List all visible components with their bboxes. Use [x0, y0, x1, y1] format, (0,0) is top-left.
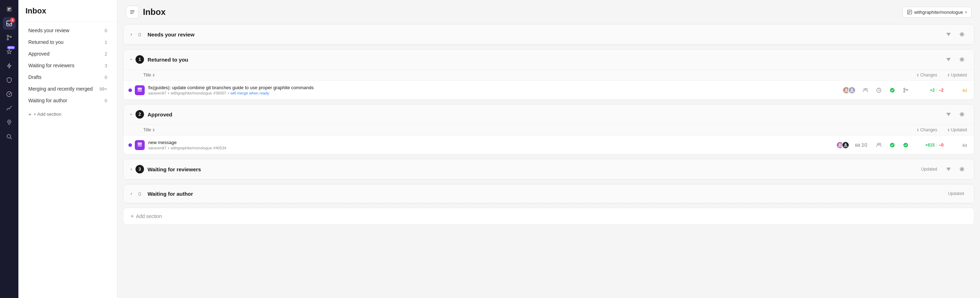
sidebar-item-waiting-author[interactable]: Waiting for author 0	[21, 95, 114, 106]
pr-right: 2/2	[836, 141, 967, 149]
sidebar-item-returned[interactable]: Returned to you 1	[21, 37, 114, 48]
approved-label: Approved	[148, 112, 172, 118]
changes-add: +615	[925, 143, 935, 148]
title-sort-icon: ⇕	[152, 128, 155, 132]
rail-new-icon[interactable]: NEW	[3, 45, 16, 58]
svg-rect-1	[8, 8, 11, 9]
pr-meta: saraverdi7 • withgraphite/monologue #360…	[148, 91, 839, 95]
pr-avatar	[135, 140, 145, 150]
sidebar-title: Inbox	[25, 6, 46, 15]
main-content: Inbox withgraphite/monologue ▾ › 0 Needs…	[118, 0, 980, 298]
waiting-reviewers-chevron[interactable]: ›	[130, 167, 132, 172]
page-title-row: Inbox	[126, 6, 165, 18]
svg-rect-39	[856, 144, 860, 145]
svg-rect-38	[856, 145, 860, 147]
returned-label: Returned to you	[148, 57, 188, 63]
svg-rect-33	[138, 145, 142, 147]
reviewer-avatar	[842, 141, 850, 149]
sidebar-item-approved[interactable]: Approved 2	[21, 48, 114, 59]
waiting-author-header[interactable]: › 0 Waiting for author Updated	[124, 184, 974, 203]
returned-chevron[interactable]: ›	[129, 59, 134, 60]
svg-rect-17	[908, 13, 910, 13]
returned-section: › 1 Returned to you	[123, 49, 974, 100]
waiting-reviewers-count: 3	[135, 165, 144, 174]
returned-settings-btn[interactable]	[957, 54, 967, 64]
pr-status-dot	[129, 143, 132, 147]
svg-point-40	[877, 143, 879, 145]
left-rail: 3 NEW	[0, 0, 18, 298]
rail-chart-icon[interactable]	[3, 88, 16, 100]
rail-graphite-logo[interactable]	[3, 3, 16, 16]
reviewer-avatars	[836, 141, 850, 149]
returned-table-header: Title ⇕ ⇕ Changes ⇕ Updated	[124, 70, 974, 81]
rail-inbox-icon[interactable]: 3	[3, 17, 16, 30]
rail-shield-icon[interactable]	[3, 73, 16, 86]
plus-icon: +	[28, 111, 32, 117]
pr-updated: 4d	[949, 142, 967, 148]
pr-right: +2 / −2 4d	[842, 86, 967, 94]
svg-rect-11	[130, 10, 134, 11]
stack-count: 2/2	[855, 143, 869, 148]
th-updated-col: ⇕ Updated	[946, 127, 967, 132]
sidebar-item-merging[interactable]: Merging and recently merged 99+	[21, 83, 114, 94]
reviewer-count-icon	[861, 88, 869, 93]
table-row[interactable]: fix(guides): update combine git branches…	[124, 81, 974, 99]
svg-rect-20	[138, 91, 142, 92]
rail-search-icon[interactable]	[3, 130, 16, 143]
returned-header[interactable]: › 1 Returned to you	[124, 49, 974, 70]
svg-point-5	[7, 38, 8, 40]
sidebar-nav: Needs your review 0 Returned to you 1 Ap…	[18, 22, 117, 298]
waiting-author-label: Waiting for author	[148, 191, 193, 197]
add-section-area[interactable]: + Add section	[123, 208, 974, 225]
repo-selector[interactable]: withgraphite/monologue ▾	[902, 7, 972, 18]
approved-count: 2	[135, 110, 144, 119]
th-changes-col: ⇕ Changes	[909, 73, 937, 78]
pr-meta: saraverdi7 • withgraphite/monologue #405…	[148, 146, 832, 150]
svg-rect-34	[138, 144, 142, 145]
merge-status-link[interactable]: will merge when ready	[231, 91, 269, 95]
rail-rocket-icon[interactable]	[3, 116, 16, 129]
new-badge: NEW	[7, 46, 15, 49]
needs-review-header[interactable]: › 0 Needs your review	[124, 24, 974, 45]
table-row[interactable]: new message saraverdi7 • withgraphite/mo…	[124, 135, 974, 154]
th-title-col[interactable]: Title ⇕	[143, 127, 811, 132]
rail-branch-icon[interactable]	[3, 31, 16, 44]
add-section-button[interactable]: + + Add section	[21, 108, 114, 121]
sidebar-item-waiting-reviewers[interactable]: Waiting for reviewers 3	[21, 60, 114, 71]
waiting-reviewers-header[interactable]: › 3 Waiting for reviewers Updated	[124, 159, 974, 179]
needs-review-settings-btn[interactable]	[957, 29, 967, 39]
rail-trending-icon[interactable]	[3, 102, 16, 115]
repo-label: withgraphite/monologue	[914, 10, 963, 15]
approved-header[interactable]: › 2 Approved	[124, 104, 974, 124]
waiting-reviewers-section: › 3 Waiting for reviewers Updated	[123, 159, 974, 180]
waiting-reviewers-sort-btn[interactable]	[943, 164, 953, 174]
waiting-reviewers-settings-btn[interactable]	[957, 164, 967, 174]
waiting-author-chevron[interactable]: ›	[130, 191, 132, 196]
needs-review-sort-btn[interactable]	[943, 29, 953, 39]
approved-section: › 2 Approved	[123, 104, 974, 155]
returned-sort-btn[interactable]	[943, 54, 953, 64]
approved-chevron[interactable]: ›	[129, 114, 134, 115]
svg-rect-35	[138, 143, 142, 144]
rail-lightning-icon[interactable]	[3, 59, 16, 72]
waiting-author-section: › 0 Waiting for author Updated	[123, 184, 974, 204]
svg-rect-13	[130, 13, 133, 14]
svg-rect-16	[908, 12, 910, 13]
needs-review-chevron[interactable]: ›	[130, 32, 132, 37]
svg-point-44	[961, 169, 963, 170]
th-updated-col: ⇕ Updated	[946, 73, 967, 78]
pr-title: fix(guides): update combine git branches…	[148, 85, 839, 90]
th-title-col[interactable]: Title ⇕	[143, 73, 811, 78]
approved-sort-btn[interactable]	[943, 109, 953, 119]
waiting-reviewers-updated: Updated	[921, 167, 937, 172]
repo-icon	[907, 10, 912, 14]
pr-info: fix(guides): update combine git branches…	[148, 85, 839, 95]
changes-rem: −2	[939, 88, 943, 93]
inbox-badge: 3	[10, 18, 15, 23]
svg-point-8	[9, 94, 10, 95]
sidebar-item-drafts[interactable]: Drafts 0	[21, 72, 114, 83]
sidebar-item-needs-review[interactable]: Needs your review 0	[21, 25, 114, 36]
approved-settings-btn[interactable]	[957, 109, 967, 119]
svg-point-32	[961, 114, 963, 115]
approved-table-header: Title ⇕ ⇕ Changes ⇕ Updated	[124, 124, 974, 135]
